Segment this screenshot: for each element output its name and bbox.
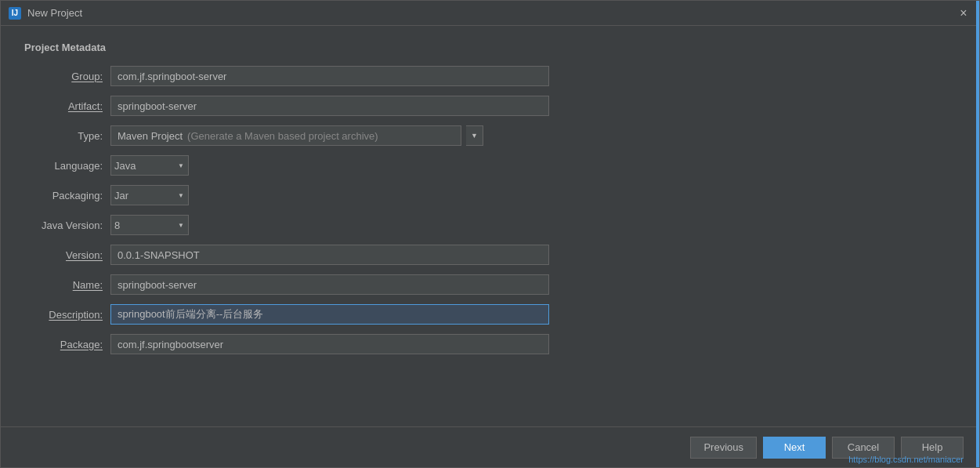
- dialog-window: IJ New Project × Project Metadata Group:…: [0, 0, 980, 468]
- type-row: Type: Maven Project (Generate a Maven ba…: [24, 125, 956, 146]
- type-label: Type:: [24, 130, 110, 142]
- description-input[interactable]: [110, 304, 549, 325]
- previous-button[interactable]: Previous: [690, 437, 757, 459]
- version-label: Version:: [24, 249, 110, 261]
- sidebar-stripe: [976, 1, 979, 467]
- group-input[interactable]: [110, 66, 549, 86]
- type-select-container: Maven Project (Generate a Maven based pr…: [110, 125, 549, 146]
- package-input[interactable]: [110, 334, 549, 354]
- type-select-display[interactable]: Maven Project (Generate a Maven based pr…: [110, 125, 461, 146]
- type-select-text: Maven Project: [118, 130, 183, 142]
- artifact-input[interactable]: [110, 96, 549, 116]
- title-bar: IJ New Project ×: [1, 1, 979, 26]
- version-row: Version:: [24, 245, 956, 265]
- java-version-label: Java Version:: [24, 219, 110, 231]
- footer-url: https://blog.csdn.net/maniacer: [848, 455, 964, 464]
- type-select-hint: (Generate a Maven based project archive): [187, 130, 378, 142]
- name-input[interactable]: [110, 274, 549, 295]
- next-button[interactable]: Next: [763, 437, 826, 459]
- packaging-select-wrapper: Jar: [110, 185, 189, 205]
- java-version-select-wrapper: 8: [110, 215, 189, 235]
- description-label: Description:: [24, 309, 110, 321]
- description-row: Description:: [24, 304, 956, 325]
- java-version-row: Java Version: 8: [24, 215, 956, 235]
- java-version-select[interactable]: 8: [110, 215, 189, 235]
- type-dropdown-button[interactable]: ▼: [466, 125, 483, 146]
- window-title: New Project: [27, 7, 956, 19]
- chevron-down-icon: ▼: [471, 132, 478, 140]
- app-icon-text: IJ: [12, 9, 18, 17]
- language-label: Language:: [24, 160, 110, 172]
- group-label: Group:: [24, 71, 110, 82]
- close-button[interactable]: ×: [956, 5, 971, 21]
- package-row: Package:: [24, 334, 956, 354]
- language-select-wrapper: Java: [110, 155, 189, 176]
- content-area: Project Metadata Group: Artifact: Type: …: [1, 26, 979, 426]
- group-row: Group:: [24, 66, 956, 86]
- name-label: Name:: [24, 279, 110, 291]
- name-row: Name:: [24, 274, 956, 295]
- language-select[interactable]: Java: [110, 155, 189, 176]
- close-icon: ×: [960, 6, 967, 20]
- artifact-row: Artifact:: [24, 96, 956, 116]
- bottom-bar: Previous Next Cancel Help https://blog.c…: [1, 426, 979, 467]
- artifact-label: Artifact:: [24, 100, 110, 112]
- packaging-row: Packaging: Jar: [24, 185, 956, 205]
- packaging-label: Packaging:: [24, 190, 110, 201]
- section-title: Project Metadata: [24, 42, 956, 53]
- package-label: Package:: [24, 339, 110, 350]
- app-icon: IJ: [9, 7, 21, 20]
- packaging-select[interactable]: Jar: [110, 185, 189, 205]
- version-input[interactable]: [110, 245, 549, 265]
- language-row: Language: Java: [24, 155, 956, 176]
